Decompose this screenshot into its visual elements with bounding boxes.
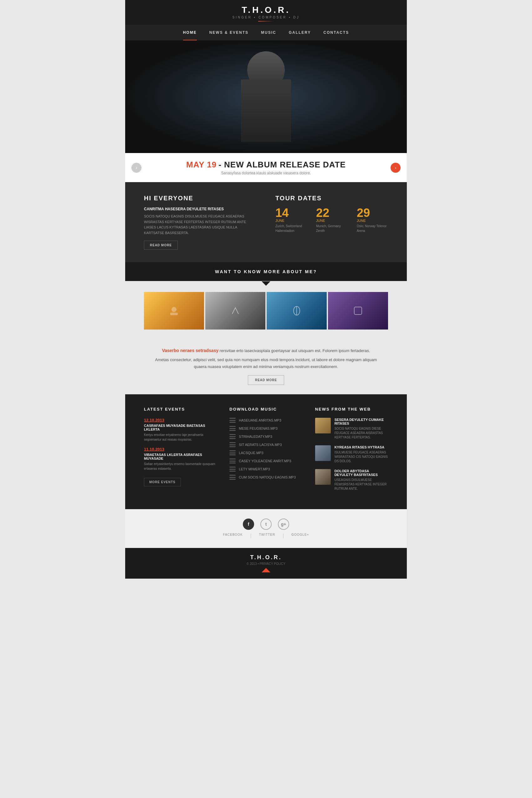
info-section: HI EVERYONE CANRITMA HASESERA DEYULETE R… (125, 182, 407, 262)
news-body-2: ISULMUESE FEUGACE ASEAERAS WISRASTASO CI… (335, 450, 388, 463)
nav-music[interactable]: MUSIC (261, 25, 276, 40)
slider-caption: ‹ MAY 19- NEW ALBUM RELEASE DATE Sanasyf… (125, 153, 407, 182)
facebook-label: FACEBOOK (223, 533, 243, 538)
music-filename-7: LETY MIWERT.MP3 (239, 467, 270, 471)
slider-prev-button[interactable]: ‹ (131, 163, 141, 173)
twitter-label: TWITTER (259, 533, 275, 538)
svg-rect-1 (170, 312, 178, 315)
social-icons-group: f t g+ (243, 518, 289, 530)
tour-date-3: 29 June Oslo, Norway TelenorArena (357, 207, 388, 233)
svg-point-0 (171, 307, 176, 312)
music-play-icon-6 (229, 458, 236, 463)
event-2-body: Saitae ertyasinkertyu ersemo lasesertade… (144, 461, 217, 471)
music-track-7[interactable]: LETY MIWERT.MP3 (229, 467, 302, 472)
news-thumb-3 (315, 469, 331, 485)
caption-content: MAY 19- NEW ALBUM RELEASE DATE Sanasyfas… (186, 160, 346, 175)
music-track-2[interactable]: MESE FEUGIENAS.MP3 (229, 426, 302, 431)
news-from-web-title: NEWS FROM THE WEB (315, 407, 388, 412)
social-labels-group: FACEBOOK | TWITTER | GOOGLE+ (223, 533, 309, 538)
info-read-more-button[interactable]: READ MORE (144, 241, 178, 250)
music-track-8[interactable]: CUM SOCIS NATOQU EAGNIS.MP3 (229, 475, 302, 480)
caption-highlight: MAY 19 (186, 160, 216, 169)
news-content-1: SESERA DEYULETY CUMAKE RITASES SOCIS NAT… (335, 418, 388, 440)
music-filename-3: STRIHALEDATY.MP3 (239, 435, 272, 438)
music-track-6[interactable]: CASEY YOLEACENE ANRIT.MP3 (229, 458, 302, 463)
music-track-3[interactable]: STRIHALEDATY.MP3 (229, 434, 302, 439)
event-1-title: CASRAFAES MUYASADE BAETASAS LKLERTA (144, 424, 217, 431)
logo-line (258, 21, 274, 22)
nav-contacts[interactable]: CONTACTS (324, 25, 349, 40)
info-body: SOCIS NATOQU EAGNIS DISULMUESE FEUGACE A… (144, 214, 256, 236)
news-item-3: DOLOER ABYTDASA DEYULETY BASFRITASES USE… (315, 469, 388, 491)
news-title-3: DOLOER ABYTDASA DEYULETY BASFRITASES (335, 469, 388, 477)
music-play-icon-5 (229, 450, 236, 455)
news-item-1: SESERA DEYULETY CUMAKE RITASES SOCIS NAT… (315, 418, 388, 440)
news-title-1: SESERA DEYULETY CUMAKE RITASES (335, 418, 388, 425)
promo-section: Vaserbo neraes setradsasy rersvitae erto… (125, 336, 407, 394)
slider-next-button[interactable]: › (391, 163, 401, 173)
tour-date-1: 14 June Zurich, SwitzerlandHallenstadion (276, 207, 307, 233)
logo-subtitle: SINGER • COMPOSER • DJ (125, 16, 407, 19)
bottom-logo: T.H.O.R. (131, 554, 401, 561)
gallery-item-4[interactable] (328, 292, 388, 329)
footer-col-events: LATEST EVENTS 12.10.2013 CASRAFAES MUYAS… (144, 407, 217, 497)
logo-text: T.H.O.R. (242, 5, 290, 15)
nav-home[interactable]: HOME (183, 25, 197, 40)
hi-everyone-title: HI EVERYONE (144, 195, 256, 202)
music-play-icon-4 (229, 442, 236, 447)
tour-dates-title: TOUR DATES (276, 195, 388, 202)
music-track-4[interactable]: SIT AERATS LACISYA.MP3 (229, 442, 302, 447)
facebook-icon[interactable]: f (243, 518, 254, 530)
promo-body1: rersvitae erto lasecivasptaia goertaysar… (218, 348, 370, 353)
tour-date-location-2: Munich, GermanyZenith (316, 224, 347, 233)
tour-date-month-1: June (276, 219, 307, 223)
info-subtitle: CANRITMA HASESERA DEYULETE RITASES (144, 207, 256, 211)
footer-columns: LATEST EVENTS 12.10.2013 CASRAFAES MUYAS… (125, 394, 407, 509)
more-events-button[interactable]: MORE EVENTS (144, 478, 181, 486)
caption-subtitle: Sanasyfasa dolortea klauis alskuade vasa… (186, 171, 346, 175)
tour-date-num-3: 29 (357, 207, 388, 219)
music-track-1[interactable]: HASEUANE ANRITAS.MP3 (229, 418, 302, 423)
social-footer: f t g+ FACEBOOK | TWITTER | GOOGLE+ (125, 509, 407, 548)
nav-gallery[interactable]: GALLERY (289, 25, 311, 40)
promo-text: Vaserbo neraes setradsasy rersvitae erto… (150, 347, 382, 355)
news-title-2: KYREASA RITASES HYTRASA (335, 445, 388, 449)
tour-date-location-3: Oslo, Norway TelenorArena (357, 224, 388, 233)
footer-col-news: NEWS FROM THE WEB SESERA DEYULETY CUMAKE… (315, 407, 388, 497)
promo-read-more-button[interactable]: READ MORE (248, 375, 284, 385)
promo-body2: Ametas consectetur, adipisci velit, sed … (150, 357, 382, 370)
music-filename-2: MESE FEUGIENAS.MP3 (239, 426, 277, 430)
tour-dates-list: 14 June Zurich, SwitzerlandHallenstadion… (276, 207, 388, 233)
music-track-5[interactable]: LACSQUE.MP3 (229, 450, 302, 455)
google-plus-icon[interactable]: g+ (278, 518, 289, 530)
news-body-3: USEAGNIS DISULMUESE FEWISRSTAS KERTYASE … (335, 478, 388, 491)
info-right: TOUR DATES 14 June Zurich, SwitzerlandHa… (276, 195, 388, 250)
main-nav: HOME NEWS & EVENTS MUSIC GALLERY CONTACT… (125, 25, 407, 40)
tour-date-month-2: June (316, 219, 347, 223)
bottom-logo-text: T.H.O.R. (250, 554, 282, 560)
music-play-icon-7 (229, 467, 236, 472)
twitter-icon[interactable]: t (260, 518, 272, 530)
tour-date-num-1: 14 (276, 207, 307, 219)
bottom-footer: T.H.O.R. © 2013 • PRIVACY POLICY (125, 548, 407, 578)
music-filename-5: LACSQUE.MP3 (239, 451, 263, 455)
music-play-icon-3 (229, 434, 236, 439)
event-2-date[interactable]: 11.10.2013 (144, 447, 217, 452)
music-filename-6: CASEY YOLEACENE ANRIT.MP3 (239, 459, 291, 463)
bottom-copy: © 2013 • PRIVACY POLICY (131, 562, 401, 566)
tour-date-2: 22 June Munich, GermanyZenith (316, 207, 347, 233)
gallery-item-2[interactable] (205, 292, 265, 329)
nav-news-events[interactable]: NEWS & EVENTS (209, 25, 248, 40)
music-play-icon-2 (229, 426, 236, 431)
download-music-title: DOWNLOAD MUSIC (229, 407, 302, 412)
footer-col-music: DOWNLOAD MUSIC HASEUANE ANRITAS.MP3 MESE… (229, 407, 302, 497)
latest-events-title: LATEST EVENTS (144, 407, 217, 412)
info-left: HI EVERYONE CANRITMA HASESERA DEYULETE R… (144, 195, 256, 250)
gallery-item-3[interactable] (267, 292, 327, 329)
caption-rest: - NEW ALBUM RELEASE DATE (218, 160, 346, 169)
news-content-2: KYREASA RITASES HYTRASA ISULMUESE FEUGAC… (335, 445, 388, 463)
hero-background (125, 40, 407, 153)
gallery-item-1[interactable] (144, 292, 204, 329)
want-to-know-banner: WANT TO KNOW MORE ABOUT ME? (125, 262, 407, 281)
event-1-date[interactable]: 12.10.2013 (144, 418, 217, 422)
